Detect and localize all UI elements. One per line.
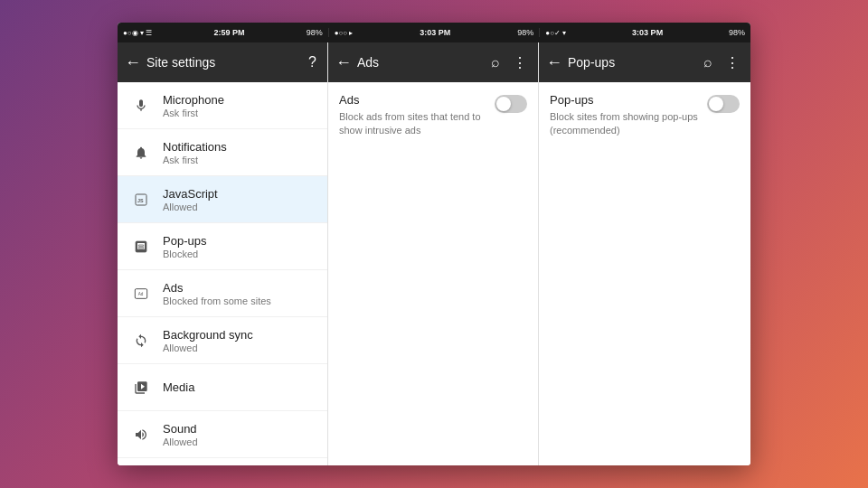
- panel-ads: ← Ads ⌕ ⋮ Ads Block ads from sites that …: [328, 42, 539, 465]
- popups-text: Pop-ups Block sites from showing pop-ups…: [550, 93, 707, 138]
- settings-item-media[interactable]: Media: [118, 364, 327, 411]
- title-ads: Ads: [357, 55, 482, 70]
- settings-item-storage[interactable]: Storage: [118, 458, 327, 465]
- bell-icon: [128, 145, 154, 160]
- back-button-ads[interactable]: ←: [335, 53, 352, 72]
- toolbar-popups: ← Pop-ups ⌕ ⋮: [539, 42, 750, 82]
- status-section-3: ●○✓ ▾ 3:03 PM 98%: [540, 28, 750, 37]
- more-icon-ads[interactable]: ⋮: [509, 51, 531, 75]
- status-time-2: 3:03 PM: [420, 28, 450, 37]
- more-icon-popups[interactable]: ⋮: [722, 51, 743, 75]
- ads-toggle-item: Ads Block ads from sites that tend to sh…: [339, 93, 527, 138]
- search-icon-ads[interactable]: ⌕: [487, 51, 504, 74]
- settings-item-javascript[interactable]: JS JavaScript Allowed: [118, 176, 327, 223]
- status-icons-3: ●○✓ ▾: [545, 29, 566, 37]
- status-time-1: 2:59 PM: [213, 28, 244, 37]
- sync-icon: [128, 333, 154, 348]
- item-title-javascript: JavaScript: [163, 187, 316, 201]
- item-title-media: Media: [163, 380, 316, 394]
- svg-text:Ad: Ad: [138, 292, 144, 296]
- title-popups: Pop-ups: [568, 55, 694, 70]
- ads-toggle[interactable]: [495, 95, 527, 113]
- settings-item-popups[interactable]: Pop-ups Blocked: [118, 223, 327, 270]
- panel-site-settings: ← Site settings ? Microphone Ask first: [118, 42, 328, 465]
- item-title-sound: Sound: [163, 422, 316, 436]
- device-frame: ●○◉ ▾ ☰ 2:59 PM 98% ●○○ ▸ 3:03 PM 98% ●○…: [118, 23, 750, 465]
- item-title-notifications: Notifications: [163, 140, 316, 154]
- ads-content-title: Ads: [339, 93, 487, 107]
- item-subtitle-microphone: Ask first: [163, 108, 316, 118]
- popups-toggle-item: Pop-ups Block sites from showing pop-ups…: [550, 93, 740, 138]
- search-icon-popups[interactable]: ⌕: [700, 51, 716, 74]
- item-subtitle-ads: Blocked from some sites: [163, 296, 316, 306]
- popups-content: Pop-ups Block sites from showing pop-ups…: [539, 82, 750, 465]
- ads-content-row: Ads Block ads from sites that tend to sh…: [339, 93, 527, 138]
- svg-text:JS: JS: [137, 197, 144, 202]
- title-site-settings: Site settings: [146, 55, 299, 70]
- item-subtitle-sound: Allowed: [163, 436, 316, 447]
- item-subtitle-background-sync: Allowed: [163, 343, 316, 353]
- popups-content-row: Pop-ups Block sites from showing pop-ups…: [550, 93, 740, 138]
- item-subtitle-notifications: Ask first: [163, 155, 316, 165]
- js-icon: JS: [128, 192, 154, 207]
- settings-item-ads[interactable]: Ad Ads Blocked from some sites: [118, 270, 327, 317]
- item-text-media: Media: [163, 380, 316, 394]
- status-bar: ●○◉ ▾ ☰ 2:59 PM 98% ●○○ ▸ 3:03 PM 98% ●○…: [118, 23, 750, 42]
- media-icon: [128, 380, 154, 395]
- settings-list: Microphone Ask first Notifications Ask f…: [118, 82, 327, 465]
- item-subtitle-javascript: Allowed: [163, 202, 316, 212]
- item-text-javascript: JavaScript Allowed: [163, 187, 316, 212]
- panel-popups: ← Pop-ups ⌕ ⋮ Pop-ups Block sites from s…: [539, 42, 750, 465]
- mic-icon: [128, 99, 154, 113]
- battery-1: 98%: [307, 28, 323, 37]
- item-title-popups: Pop-ups: [163, 234, 316, 248]
- toolbar-site-settings: ← Site settings ?: [118, 42, 327, 82]
- back-button-popups[interactable]: ←: [546, 53, 562, 72]
- help-icon-site-settings[interactable]: ?: [305, 51, 320, 74]
- status-left-3: ●○✓ ▾: [545, 29, 566, 37]
- item-text-popups: Pop-ups Blocked: [163, 234, 316, 259]
- item-title-microphone: Microphone: [163, 93, 316, 107]
- toolbar-ads: ← Ads ⌕ ⋮: [328, 42, 538, 82]
- item-title-background-sync: Background sync: [163, 328, 316, 342]
- item-text-sound: Sound Allowed: [163, 422, 316, 447]
- settings-item-notifications[interactable]: Notifications Ask first: [118, 129, 327, 176]
- status-left-1: ●○◉ ▾ ☰: [123, 29, 152, 37]
- ads-content-desc: Block ads from sites that tend to show i…: [339, 110, 487, 138]
- popups-toggle[interactable]: [707, 95, 740, 113]
- popups-content-title: Pop-ups: [550, 93, 700, 107]
- settings-item-microphone[interactable]: Microphone Ask first: [118, 82, 327, 129]
- status-icons-2: ●○○ ▸: [335, 29, 354, 37]
- status-time-3: 3:03 PM: [632, 28, 663, 37]
- main-content: ← Site settings ? Microphone Ask first: [118, 42, 750, 465]
- item-text-microphone: Microphone Ask first: [163, 93, 316, 118]
- popup-icon: [128, 239, 154, 254]
- popups-content-desc: Block sites from showing pop-ups (recomm…: [550, 110, 700, 138]
- item-subtitle-popups: Blocked: [163, 249, 316, 259]
- status-icons-1: ●○◉ ▾ ☰: [123, 29, 152, 37]
- status-left-2: ●○○ ▸: [335, 29, 354, 37]
- item-text-ads: Ads Blocked from some sites: [163, 281, 316, 306]
- settings-item-background-sync[interactable]: Background sync Allowed: [118, 317, 327, 364]
- sound-icon: [128, 427, 154, 442]
- battery-2: 98%: [517, 28, 533, 37]
- back-button-site-settings[interactable]: ←: [125, 53, 141, 72]
- ads-text: Ads Block ads from sites that tend to sh…: [339, 93, 495, 138]
- item-title-ads: Ads: [163, 281, 316, 295]
- status-section-2: ●○○ ▸ 3:03 PM 98%: [329, 28, 541, 37]
- ads-content: Ads Block ads from sites that tend to sh…: [328, 82, 538, 465]
- settings-item-sound[interactable]: Sound Allowed: [118, 411, 327, 458]
- item-text-notifications: Notifications Ask first: [163, 140, 316, 165]
- battery-3: 98%: [729, 28, 745, 37]
- item-text-background-sync: Background sync Allowed: [163, 328, 316, 353]
- ads-icon: Ad: [128, 286, 154, 301]
- status-section-1: ●○◉ ▾ ☰ 2:59 PM 98%: [118, 28, 329, 37]
